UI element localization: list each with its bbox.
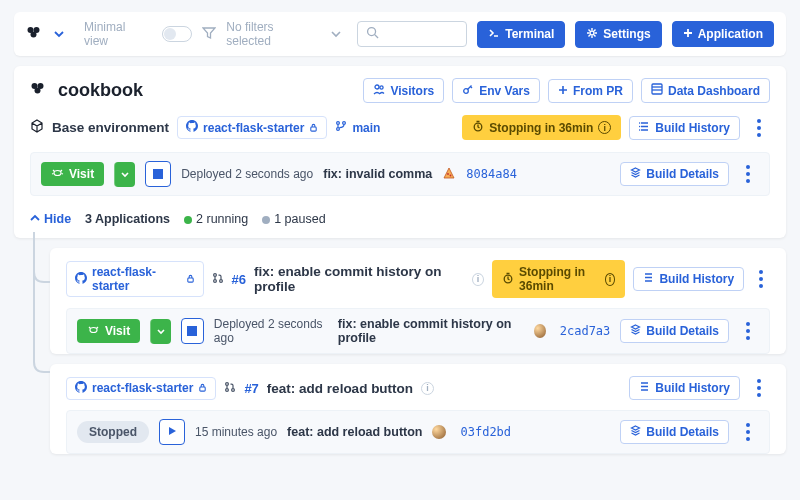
info-icon: i bbox=[598, 121, 611, 134]
stop-button[interactable] bbox=[145, 161, 171, 187]
hide-toggle[interactable]: Hide bbox=[30, 212, 71, 226]
timer-icon bbox=[472, 120, 484, 135]
minimal-view-toggle[interactable] bbox=[162, 26, 192, 42]
lock-icon bbox=[198, 381, 207, 395]
visit-dropdown[interactable] bbox=[150, 319, 171, 344]
build-details-label: Build Details bbox=[646, 324, 719, 338]
visit-button[interactable]: Visit bbox=[41, 162, 104, 186]
github-icon bbox=[75, 272, 87, 287]
repo-name: react-flask-starter bbox=[92, 381, 193, 395]
svg-point-9 bbox=[375, 85, 379, 89]
filters-dropdown[interactable] bbox=[331, 27, 341, 42]
dashboard-icon bbox=[651, 83, 663, 98]
commit-hash[interactable]: 8084a84 bbox=[466, 167, 517, 181]
pr-number[interactable]: #7 bbox=[244, 381, 258, 396]
search-input[interactable] bbox=[357, 21, 467, 47]
build-history-button[interactable]: Build History bbox=[633, 267, 744, 291]
topbar: Minimal view No filters selected Termina… bbox=[14, 12, 786, 56]
svg-point-27 bbox=[213, 273, 216, 276]
svg-point-8 bbox=[35, 88, 41, 94]
deploy-menu-button[interactable] bbox=[737, 322, 759, 340]
dashboard-label: Data Dashboard bbox=[668, 84, 760, 98]
from-pr-label: From PR bbox=[573, 84, 623, 98]
deploy-menu-button[interactable] bbox=[737, 165, 759, 183]
repo-name: react-flask-starter bbox=[203, 121, 304, 135]
settings-button[interactable]: Settings bbox=[575, 21, 661, 48]
deploy-row-pr7: Stopped 15 minutes ago feat: add reload … bbox=[66, 410, 770, 454]
from-pr-button[interactable]: From PR bbox=[548, 79, 633, 103]
svg-line-4 bbox=[375, 35, 378, 38]
layers-icon bbox=[630, 167, 641, 181]
build-details-button[interactable]: Build Details bbox=[620, 420, 729, 444]
application-label: Application bbox=[698, 27, 763, 41]
chevron-up-icon bbox=[30, 212, 40, 226]
pr-number[interactable]: #6 bbox=[232, 272, 246, 287]
svg-rect-12 bbox=[652, 84, 662, 94]
commit-hash[interactable]: 2cad7a3 bbox=[560, 324, 611, 338]
crab-icon bbox=[51, 167, 64, 181]
visit-label: Visit bbox=[69, 167, 94, 181]
project-switcher[interactable] bbox=[54, 27, 64, 42]
build-details-label: Build Details bbox=[646, 167, 719, 181]
svg-rect-32 bbox=[200, 387, 205, 391]
svg-rect-15 bbox=[311, 127, 316, 131]
gear-icon bbox=[586, 27, 598, 42]
visitors-button[interactable]: Visitors bbox=[363, 78, 444, 103]
settings-label: Settings bbox=[603, 27, 650, 41]
deploy-row-base: Visit Deployed 2 seconds ago fix: invali… bbox=[30, 152, 770, 196]
avatar-icon bbox=[534, 324, 546, 338]
plus-icon bbox=[683, 27, 693, 41]
pr-icon bbox=[224, 381, 236, 396]
terminal-button[interactable]: Terminal bbox=[477, 21, 565, 48]
svg-point-34 bbox=[226, 388, 229, 391]
build-details-button[interactable]: Build Details bbox=[620, 162, 729, 186]
pr-card-7: react-flask-starter #7 feat: add reload … bbox=[50, 364, 786, 454]
terminal-label: Terminal bbox=[505, 27, 554, 41]
commit-message: fix: invalid comma bbox=[323, 167, 432, 181]
pr-card-6: react-flask-starter #6 fix: enable commi… bbox=[50, 248, 786, 354]
github-icon bbox=[75, 381, 87, 396]
env-menu-button[interactable] bbox=[752, 270, 770, 288]
repo-tag[interactable]: react-flask-starter bbox=[66, 377, 216, 400]
svg-point-5 bbox=[590, 31, 594, 35]
list-icon bbox=[639, 121, 650, 135]
new-application-button[interactable]: Application bbox=[672, 21, 774, 47]
env-menu-button[interactable] bbox=[748, 379, 770, 397]
build-history-label: Build History bbox=[655, 121, 730, 135]
pr-icon bbox=[212, 272, 224, 287]
visit-button[interactable]: Visit bbox=[77, 319, 140, 343]
svg-point-20 bbox=[639, 122, 640, 123]
plus-icon bbox=[558, 84, 568, 98]
info-icon[interactable]: i bbox=[421, 382, 434, 395]
data-dashboard-button[interactable]: Data Dashboard bbox=[641, 78, 770, 103]
pizza-icon bbox=[442, 166, 456, 183]
svg-rect-26 bbox=[187, 278, 192, 282]
build-history-button[interactable]: Build History bbox=[629, 116, 740, 140]
info-icon[interactable]: i bbox=[472, 273, 484, 286]
deploy-menu-button[interactable] bbox=[737, 423, 759, 441]
svg-point-29 bbox=[219, 279, 222, 282]
stop-icon bbox=[153, 169, 163, 179]
stop-icon bbox=[187, 326, 197, 336]
svg-point-28 bbox=[213, 279, 216, 282]
key-icon bbox=[462, 83, 474, 98]
list-icon bbox=[643, 272, 654, 286]
repo-tag[interactable]: react-flask-starter bbox=[177, 116, 327, 139]
envvars-button[interactable]: Env Vars bbox=[452, 78, 540, 103]
filter-icon[interactable] bbox=[202, 26, 216, 43]
branch-icon bbox=[335, 120, 347, 135]
svg-point-3 bbox=[368, 28, 376, 36]
visit-label: Visit bbox=[105, 324, 130, 338]
stopping-badge: Stopping in 36min i bbox=[462, 115, 621, 140]
env-menu-button[interactable] bbox=[748, 119, 770, 137]
visit-dropdown[interactable] bbox=[114, 162, 135, 187]
app-logo-icon bbox=[26, 26, 44, 43]
stop-button[interactable] bbox=[181, 318, 204, 344]
terminal-icon bbox=[488, 27, 500, 42]
build-details-button[interactable]: Build Details bbox=[620, 319, 729, 343]
branch-tag[interactable]: main bbox=[335, 120, 380, 135]
commit-hash[interactable]: 03fd2bd bbox=[460, 425, 511, 439]
play-button[interactable] bbox=[159, 419, 185, 445]
build-history-button[interactable]: Build History bbox=[629, 376, 740, 400]
repo-tag[interactable]: react-flask-starter bbox=[66, 261, 204, 297]
